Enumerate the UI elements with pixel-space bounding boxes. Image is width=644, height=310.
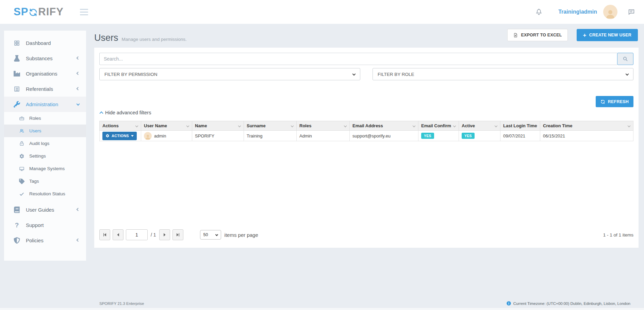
sidebar-item-label: Manage Systems bbox=[29, 166, 65, 171]
chat-icon[interactable] bbox=[628, 8, 635, 16]
search-icon bbox=[622, 56, 628, 62]
sidebar-item-label: Administration bbox=[26, 101, 58, 107]
column-header-actions[interactable]: Actions bbox=[100, 121, 141, 131]
page-count-label: / 1 bbox=[151, 232, 156, 238]
chevron-down-icon bbox=[352, 72, 356, 76]
column-header-active[interactable]: Active bbox=[459, 121, 500, 131]
cell-surname: Training bbox=[244, 131, 297, 141]
chevron-down-icon[interactable] bbox=[344, 124, 347, 127]
chevron-down-icon[interactable] bbox=[495, 124, 497, 127]
sidebar-item-label: Substances bbox=[26, 55, 52, 61]
chevron-down-icon[interactable] bbox=[453, 124, 456, 127]
cell-last-login-time: 09/07/2021 bbox=[500, 131, 540, 141]
timezone-label: Current Timezone: (UTC+00:00) Dublin, Ed… bbox=[513, 301, 630, 306]
chevron-down-icon[interactable] bbox=[238, 124, 241, 127]
chevron-down-icon[interactable] bbox=[135, 124, 138, 127]
gear-icon bbox=[19, 153, 24, 159]
search-button[interactable] bbox=[617, 53, 633, 65]
shield-icon bbox=[14, 237, 20, 244]
row-avatar bbox=[144, 132, 152, 140]
first-page-button[interactable] bbox=[99, 229, 110, 240]
list-icon bbox=[14, 86, 20, 92]
bell-icon[interactable] bbox=[535, 8, 543, 16]
chevron-left-icon bbox=[77, 238, 80, 242]
sidebar-item-audit-logs[interactable]: Audit logs bbox=[4, 137, 86, 150]
chevron-left-icon bbox=[77, 208, 80, 211]
cell-actions: ACTIONS bbox=[100, 131, 141, 141]
previous-page-button[interactable] bbox=[113, 229, 123, 240]
sidebar-item-label: Dashboard bbox=[26, 40, 51, 46]
hide-advanced-filters-toggle[interactable]: Hide advanced filters bbox=[100, 110, 151, 115]
column-header-last-login-time[interactable]: Last Login Time bbox=[500, 121, 540, 131]
next-page-icon bbox=[162, 232, 167, 238]
refresh-icon bbox=[600, 99, 605, 104]
sidebar-item-referentials[interactable]: Referentials bbox=[4, 81, 86, 97]
plus-icon: + bbox=[583, 32, 587, 38]
export-to-excel-button[interactable]: EXPORT TO EXCEL bbox=[507, 29, 567, 41]
sidebar-item-organisations[interactable]: Organisations bbox=[4, 66, 86, 81]
chevron-down-icon[interactable] bbox=[413, 124, 415, 127]
flask-icon bbox=[14, 55, 20, 62]
excel-file-icon bbox=[513, 33, 518, 38]
menu-toggle-icon[interactable] bbox=[80, 9, 88, 15]
page-head: Users Manage users and permissions. bbox=[94, 33, 187, 43]
last-page-button[interactable] bbox=[172, 229, 183, 240]
users-table: Actions User Name Name Surname Roles Ema… bbox=[99, 121, 633, 141]
sidebar-item-policies[interactable]: Policies bbox=[4, 233, 86, 248]
last-page-icon bbox=[175, 232, 181, 238]
cell-active: YES bbox=[459, 131, 500, 141]
column-header-surname[interactable]: Surname bbox=[244, 121, 297, 131]
sidebar-item-roles[interactable]: Roles bbox=[4, 112, 86, 125]
chevron-left-icon bbox=[77, 71, 80, 75]
sidebar-item-dashboard[interactable]: Dashboard bbox=[4, 35, 86, 51]
sidebar-item-label: Referentials bbox=[26, 86, 53, 92]
items-range-label: 1 - 1 of 1 items bbox=[603, 232, 633, 238]
chevron-down-icon bbox=[215, 233, 218, 236]
page-number-input[interactable] bbox=[126, 229, 148, 240]
sidebar-item-settings[interactable]: Settings bbox=[4, 150, 86, 162]
logo-text-right: RIFY bbox=[38, 6, 64, 18]
chevron-down-icon bbox=[626, 72, 629, 76]
page-size-select[interactable]: 50 bbox=[200, 230, 221, 240]
column-header-email-confirm[interactable]: Email Confirm bbox=[418, 121, 459, 131]
current-user-link[interactable]: Training\admin bbox=[558, 9, 597, 15]
sidebar-item-label: User Guides bbox=[26, 207, 54, 213]
filter-by-permission-select[interactable]: FILTER BY PERMISSION bbox=[99, 68, 360, 80]
sidebar-item-label: Support bbox=[26, 222, 44, 228]
refresh-button[interactable]: REFRESH bbox=[596, 96, 633, 107]
avatar[interactable] bbox=[603, 5, 617, 19]
search-input[interactable] bbox=[99, 53, 617, 65]
chevron-down-icon[interactable] bbox=[628, 124, 630, 127]
sidebar-item-administration[interactable]: Administration bbox=[4, 97, 86, 112]
chevron-left-icon bbox=[77, 56, 80, 60]
sidebar-item-users[interactable]: Users bbox=[4, 125, 86, 137]
table-row: ACTIONS admin SPORIFY Training bbox=[100, 131, 633, 141]
sporify-logo[interactable]: SPRIFY bbox=[14, 6, 64, 18]
question-icon: ? bbox=[14, 222, 20, 228]
next-page-button[interactable] bbox=[159, 229, 170, 240]
chevron-down-icon[interactable] bbox=[291, 124, 294, 127]
check-icon bbox=[19, 191, 24, 197]
cell-email-confirm: YES bbox=[418, 131, 459, 141]
sidebar-item-manage-systems[interactable]: Manage Systems bbox=[4, 162, 86, 175]
column-header-creation-time[interactable]: Creation Time bbox=[540, 121, 633, 131]
column-header-email-address[interactable]: Email Address bbox=[350, 121, 418, 131]
column-header-name[interactable]: Name bbox=[192, 121, 244, 131]
chevron-down-icon[interactable] bbox=[186, 124, 189, 127]
column-header-roles[interactable]: Roles bbox=[297, 121, 350, 131]
app-root: SPRIFY Training\admin Dashboard Substanc… bbox=[0, 0, 644, 310]
search-row bbox=[99, 53, 633, 65]
sidebar-item-tags[interactable]: Tags bbox=[4, 175, 86, 187]
page-subtitle: Manage users and permissions. bbox=[122, 37, 187, 42]
column-header-user-name[interactable]: User Name bbox=[141, 121, 192, 131]
sidebar-item-substances[interactable]: Substances bbox=[4, 51, 86, 66]
filter-by-role-select[interactable]: FILTER BY ROLE bbox=[373, 68, 633, 80]
create-new-user-button[interactable]: + CREATE NEW USER bbox=[577, 29, 638, 41]
sidebar-item-user-guides[interactable]: User Guides bbox=[4, 202, 86, 217]
logo-text-left: SP bbox=[14, 6, 28, 18]
grid-icon bbox=[14, 40, 20, 46]
previous-page-icon bbox=[115, 232, 121, 238]
row-actions-button[interactable]: ACTIONS bbox=[102, 132, 137, 140]
sidebar-item-support[interactable]: ? Support bbox=[4, 217, 86, 233]
sidebar-item-resolution-status[interactable]: Resolution Status bbox=[4, 187, 86, 200]
